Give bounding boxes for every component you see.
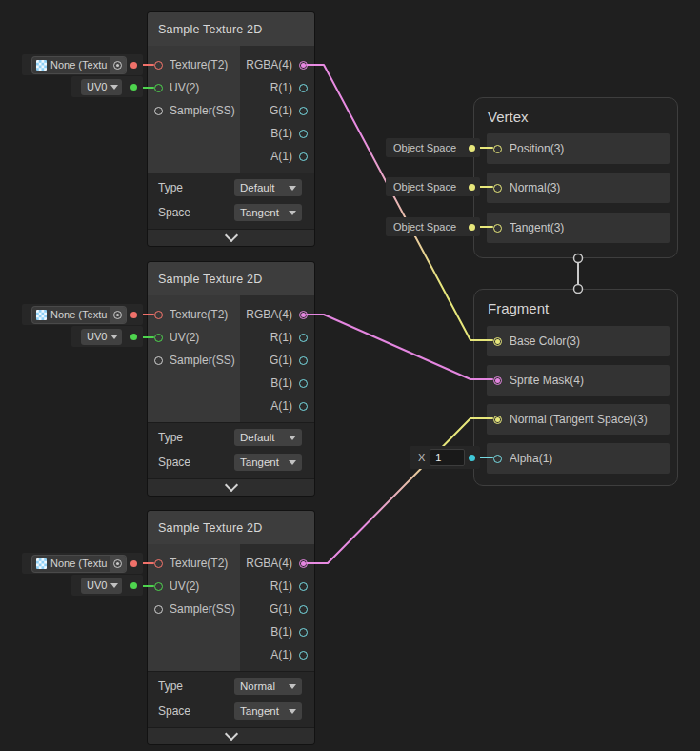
tangent-port[interactable] bbox=[493, 224, 502, 233]
object-picker-icon bbox=[113, 559, 122, 568]
vertex-block-normal[interactable]: Normal(3) bbox=[487, 173, 670, 203]
type-label: Type bbox=[158, 680, 183, 693]
type-dropdown[interactable]: Default bbox=[234, 179, 302, 196]
uv-channel-dropdown[interactable]: UV0 bbox=[81, 79, 122, 95]
r-output-port[interactable] bbox=[299, 582, 308, 591]
object-field-value[interactable]: None (Textu bbox=[32, 307, 110, 323]
object-field[interactable]: None (Textu bbox=[32, 307, 126, 323]
alpha-port[interactable] bbox=[493, 455, 502, 463]
fragment-block-base-color[interactable]: Base Color(3) bbox=[487, 326, 670, 356]
node-header[interactable]: Sample Texture 2D bbox=[148, 511, 314, 544]
rgba-output-port[interactable] bbox=[299, 559, 308, 568]
node-title: Sample Texture 2D bbox=[158, 273, 262, 286]
connector-dot bbox=[130, 334, 137, 340]
fragment-context-node[interactable]: Fragment Base Color(3) Sprite Mask(4) No… bbox=[473, 289, 678, 486]
space-dropdown[interactable]: Tangent bbox=[234, 702, 302, 720]
g-output-port[interactable] bbox=[299, 605, 308, 614]
rgba-output-port[interactable] bbox=[299, 61, 308, 70]
node-title: Sample Texture 2D bbox=[158, 23, 262, 36]
b-output-port[interactable] bbox=[299, 130, 308, 138]
space-chip-label: Object Space bbox=[393, 221, 456, 233]
node-header[interactable]: Sample Texture 2D bbox=[148, 262, 314, 295]
rgba-output-port[interactable] bbox=[299, 311, 308, 319]
type-dropdown[interactable]: Normal bbox=[234, 678, 302, 695]
sample-texture-2d-node-3[interactable]: Sample Texture 2D Texture(T2) UV(2) Samp… bbox=[148, 511, 314, 744]
type-value: Default bbox=[240, 432, 274, 443]
object-picker-button[interactable] bbox=[110, 556, 126, 572]
chevron-down-icon bbox=[224, 727, 237, 741]
r-output-port[interactable] bbox=[299, 334, 308, 342]
vertex-block-tangent[interactable]: Tangent(3) bbox=[487, 213, 670, 243]
normal-port[interactable] bbox=[493, 184, 502, 193]
dropdown-arrow-icon bbox=[110, 85, 118, 90]
shader-graph-canvas[interactable]: Sample Texture 2D Texture(T2) UV(2) Samp… bbox=[0, 0, 700, 751]
uv-input-port[interactable] bbox=[154, 84, 163, 92]
fragment-block-alpha[interactable]: Alpha(1) bbox=[487, 443, 670, 474]
object-field[interactable]: None (Textu bbox=[32, 57, 126, 73]
uv-input-port[interactable] bbox=[154, 334, 163, 342]
b-output-port[interactable] bbox=[299, 379, 308, 388]
object-field-value[interactable]: None (Textu bbox=[32, 556, 110, 572]
normal-tangent-space-port[interactable] bbox=[493, 416, 502, 424]
dropdown-arrow-icon bbox=[289, 709, 296, 714]
sample-texture-2d-node-2[interactable]: Sample Texture 2D Texture(T2) UV(2) Samp… bbox=[148, 262, 314, 496]
type-dropdown[interactable]: Default bbox=[234, 429, 302, 446]
object-picker-button[interactable] bbox=[110, 57, 126, 73]
object-picker-button[interactable] bbox=[110, 307, 126, 323]
node-header[interactable]: Sample Texture 2D bbox=[148, 12, 314, 46]
output-row-r: R(1) bbox=[240, 76, 314, 99]
fragment-block-sprite-mask[interactable]: Sprite Mask(4) bbox=[487, 365, 670, 396]
texture-default-field-1[interactable]: None (Textu bbox=[22, 54, 143, 75]
texture-default-field-3[interactable]: None (Textu bbox=[22, 553, 143, 574]
a-output-port[interactable] bbox=[299, 651, 308, 660]
wire-rgba1-to-base-color[interactable] bbox=[307, 65, 492, 340]
vertex-block-position[interactable]: Position(3) bbox=[487, 133, 670, 164]
collapse-button[interactable] bbox=[148, 229, 314, 246]
port-label: G(1) bbox=[270, 602, 292, 616]
wire-rgba3-to-normal-tangent-space[interactable] bbox=[307, 418, 492, 563]
collapse-button[interactable] bbox=[148, 478, 314, 496]
object-field[interactable]: None (Textu bbox=[32, 556, 126, 572]
alpha-default-field: X bbox=[410, 446, 480, 469]
base-color-port[interactable] bbox=[493, 337, 502, 346]
fragment-block-normal-tangent-space[interactable]: Normal (Tangent Space)(3) bbox=[487, 404, 670, 435]
vertex-context-node[interactable]: Vertex Position(3) Normal(3) Tangent(3) bbox=[473, 97, 678, 258]
sampler-input-port[interactable] bbox=[154, 356, 163, 365]
sampler-input-port[interactable] bbox=[154, 107, 163, 115]
uv-channel-dropdown[interactable]: UV0 bbox=[81, 578, 122, 594]
uv-input-port[interactable] bbox=[154, 582, 163, 591]
collapse-button[interactable] bbox=[148, 727, 314, 744]
sampler-input-port[interactable] bbox=[154, 605, 163, 614]
texture-input-port[interactable] bbox=[154, 559, 163, 568]
g-output-port[interactable] bbox=[299, 107, 308, 115]
a-output-port[interactable] bbox=[299, 152, 308, 161]
output-row-b: B(1) bbox=[240, 620, 314, 643]
input-row-uv: UV(2) bbox=[148, 76, 240, 99]
sprite-mask-port[interactable] bbox=[493, 376, 502, 385]
texture-input-port[interactable] bbox=[154, 61, 163, 70]
space-dropdown[interactable]: Tangent bbox=[234, 454, 302, 471]
space-setting-row: Space Tangent bbox=[158, 204, 302, 221]
space-label: Space bbox=[158, 206, 190, 219]
texture-default-field-2[interactable]: None (Textu bbox=[22, 304, 143, 325]
port-label: A(1) bbox=[270, 150, 292, 163]
port-label: B(1) bbox=[270, 625, 292, 639]
position-port[interactable] bbox=[493, 145, 502, 153]
r-output-port[interactable] bbox=[299, 84, 308, 92]
object-field-value[interactable]: None (Textu bbox=[32, 57, 110, 73]
texture-input-port[interactable] bbox=[154, 311, 163, 319]
uv-channel-dropdown[interactable]: UV0 bbox=[81, 329, 122, 345]
b-output-port[interactable] bbox=[299, 628, 308, 637]
connector-dot bbox=[469, 224, 475, 231]
wire-rgba2-to-sprite-mask[interactable] bbox=[307, 315, 492, 379]
uv-channel-chip-2: UV0 bbox=[71, 326, 143, 347]
input-row-uv: UV(2) bbox=[148, 326, 240, 349]
output-row-a: A(1) bbox=[240, 395, 314, 417]
a-output-port[interactable] bbox=[299, 402, 308, 411]
sample-texture-2d-node-1[interactable]: Sample Texture 2D Texture(T2) UV(2) Samp… bbox=[148, 12, 314, 246]
connector-dot bbox=[130, 62, 137, 69]
input-row-texture: Texture(T2) bbox=[148, 552, 240, 575]
alpha-value-input[interactable] bbox=[430, 449, 465, 466]
g-output-port[interactable] bbox=[299, 356, 308, 365]
space-dropdown[interactable]: Tangent bbox=[234, 204, 302, 221]
